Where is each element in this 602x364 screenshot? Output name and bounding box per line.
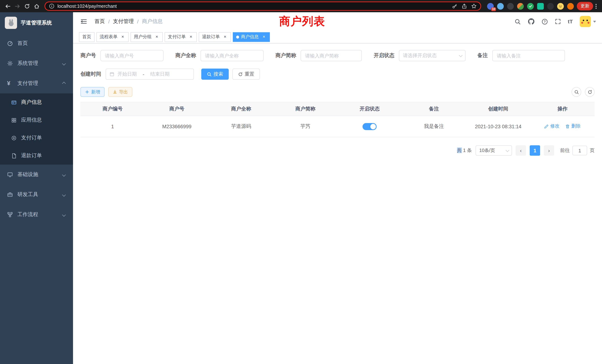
sidebar-item-refund-order[interactable]: 退款订单 [0,147,73,165]
chevron-down-icon [63,62,66,65]
edit-link[interactable]: 修改 [544,123,559,129]
smiley-extension-icon[interactable] [557,3,564,10]
tab-process-form[interactable]: 流程表单 × [96,32,129,42]
check-icon [529,4,532,8]
toggle-search-button[interactable] [572,87,581,97]
cell-short-name: 芋艿 [273,116,337,137]
sidebar-item-dev-tools[interactable]: 研发工具 [0,185,73,205]
sidebar-item-label: 首页 [17,40,28,47]
remark-input[interactable] [492,50,565,61]
column-header-merchant-no: 商户号 [145,102,209,116]
tab-user-group[interactable]: 用户分组 × [130,32,163,42]
merchant-no-input[interactable] [100,50,163,61]
header-search-button[interactable] [515,18,521,25]
short-name-input[interactable] [301,50,362,61]
goto-page-input[interactable] [572,146,587,155]
delete-link[interactable]: 删除 [565,123,580,129]
home-button[interactable] [32,1,42,11]
green-square-extension-icon[interactable] [537,3,544,10]
forward-button[interactable] [13,1,22,11]
tab-refund-order[interactable]: 退款订单 × [199,32,231,42]
extension-icon-with-badge[interactable]: 10 [487,3,494,10]
download-icon [113,90,117,94]
end-date-placeholder: 结束日期 [150,71,170,77]
extension-badge: 10 [491,7,496,11]
page-size-select[interactable]: 10条/页 [476,145,512,156]
breadcrumb-payment[interactable]: 支付管理 [113,18,134,25]
share-icon[interactable] [462,3,467,9]
yen-icon: ¥ [7,80,13,86]
top-navbar: 首页 / 支付管理 / 商户信息 商户列表 ? [73,12,602,31]
active-dot [236,35,239,38]
sidebar-item-app-info[interactable]: 应用信息 [0,111,73,129]
password-key-icon[interactable] [452,3,457,9]
address-bar[interactable]: localhost:1024/pay/merchant [44,1,481,11]
add-button[interactable]: 新增 [80,87,105,97]
sidebar-item-label: 研发工具 [17,191,38,198]
filter-full-name: 商户全称 [175,50,264,61]
reload-button[interactable] [22,1,32,11]
user-avatar [580,16,591,27]
navbar-actions: ? tT [515,16,596,27]
cell-index: 1 [80,116,145,137]
sidebar-item-merchant-info[interactable]: 商户信息 [0,93,73,111]
close-icon[interactable]: × [188,34,194,40]
close-icon[interactable]: × [222,34,228,40]
payment-submenu: 商户信息 应用信息 支付订单 [0,93,73,165]
reset-button[interactable]: 重置 [232,69,260,80]
close-icon[interactable]: × [261,34,267,40]
back-button[interactable] [3,1,13,11]
sidebar-item-system[interactable]: 系统管理 [0,53,73,73]
search-button[interactable]: 搜索 [201,69,229,80]
bookmark-star-icon[interactable] [471,3,477,9]
green-circle-extension-icon[interactable] [527,3,534,10]
chevron-down-icon [63,173,66,176]
refresh-table-button[interactable] [585,87,595,97]
breadcrumb-current: 商户信息 [142,18,163,25]
tab-pay-order[interactable]: 支付订单 × [165,32,197,42]
merchant-card-icon [11,99,17,105]
multicolor-extension-icon[interactable] [517,3,524,10]
sidebar-item-home[interactable]: 首页 [0,33,73,53]
column-header-remark: 备注 [402,102,466,116]
app-frame: 芋道管理系统 首页 系统管理 ¥ [0,12,602,364]
dark-extension-icon[interactable] [507,3,514,10]
close-icon[interactable]: × [120,34,125,40]
full-name-input[interactable] [201,50,264,61]
profile-avatar[interactable] [567,3,574,10]
status-select[interactable]: 请选择开启状态 [399,50,466,61]
sidebar-item-label: 基础设施 [17,171,38,178]
sidebar-toggle[interactable] [79,19,89,24]
next-page-button[interactable]: › [544,145,554,156]
breadcrumb-home[interactable]: 首页 [95,18,105,25]
font-size-icon: tT [568,19,573,24]
close-icon[interactable]: × [154,34,159,40]
knot-extension-icon[interactable] [547,3,554,10]
browser-update-button[interactable]: 更新 [577,2,593,10]
sidebar-item-pay-order[interactable]: 支付订单 [0,129,73,147]
target-icon [11,135,17,141]
fullscreen-button[interactable] [555,19,561,24]
field-label: 开启状态 [374,52,394,59]
tab-home[interactable]: 首页 [79,32,95,42]
date-range-picker[interactable]: 开始日期 - 结束日期 [106,69,194,80]
github-button[interactable] [528,18,535,25]
prev-page-button[interactable]: ‹ [516,145,526,156]
url-text[interactable]: localhost:1024/pay/merchant [57,3,449,9]
tab-merchant-info[interactable]: 商户信息 × [233,32,270,42]
sidebar-item-payment[interactable]: ¥ 支付管理 [0,73,73,93]
search-icon [515,18,521,25]
app-logo[interactable]: 芋道管理系统 [0,12,73,33]
export-button[interactable]: 导出 [108,87,132,97]
sidebar-item-workflow[interactable]: 工作流程 [0,205,73,225]
blue-extension-icon[interactable] [497,3,504,10]
site-info-icon[interactable] [49,3,54,9]
browser-menu-button[interactable] [593,3,599,9]
sidebar-item-infrastructure[interactable]: 基础设施 [0,165,73,185]
page-number-button[interactable]: 1 [530,145,540,156]
status-toggle[interactable] [363,123,377,130]
column-header-short-name: 商户简称 [273,102,337,116]
help-button[interactable]: ? [542,18,548,25]
user-menu[interactable] [580,16,596,27]
font-size-button[interactable]: tT [568,19,573,24]
